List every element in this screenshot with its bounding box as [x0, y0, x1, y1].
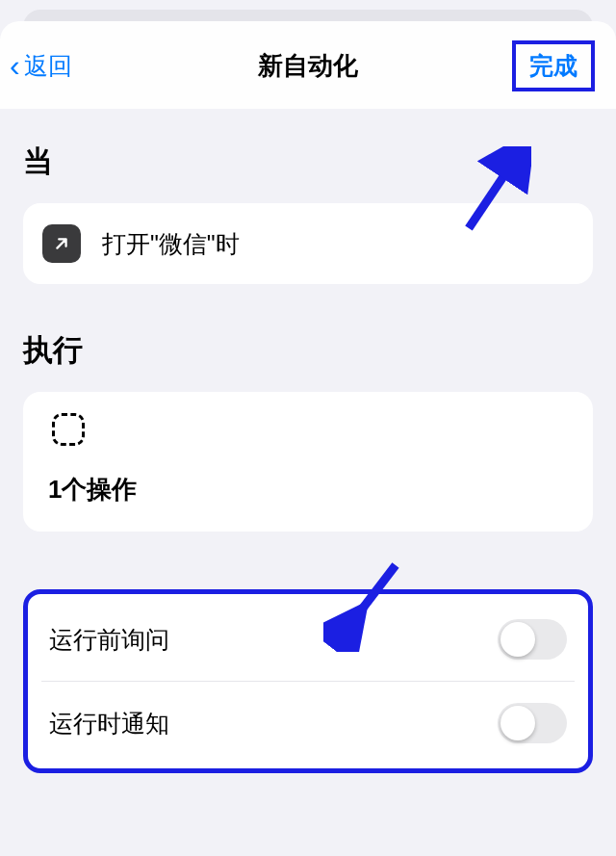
actions-count-text: 1个操作	[48, 473, 574, 506]
switch-knob	[500, 706, 535, 740]
page-title: 新自动化	[258, 49, 358, 83]
actions-card[interactable]: 1个操作	[23, 392, 593, 532]
navigation-bar: ‹ 返回 新自动化 完成	[0, 21, 616, 109]
svg-line-1	[469, 164, 512, 228]
done-button[interactable]: 完成	[512, 40, 595, 91]
ask-before-run-switch[interactable]	[498, 619, 567, 660]
ask-before-run-row: 运行前询问	[41, 598, 575, 681]
exec-section-label: 执行	[23, 330, 593, 371]
annotation-arrow-icon	[454, 146, 531, 238]
chevron-left-icon: ‹	[10, 54, 20, 79]
open-app-icon	[42, 224, 81, 263]
settings-card: 运行前询问 运行时通知	[23, 589, 593, 773]
ask-before-run-label: 运行前询问	[49, 624, 169, 656]
annotation-arrow-icon	[323, 556, 410, 652]
notify-on-run-switch[interactable]	[498, 703, 567, 743]
back-label: 返回	[24, 50, 72, 82]
svg-line-3	[343, 565, 396, 635]
notify-on-run-label: 运行时通知	[49, 708, 169, 739]
notify-on-run-row: 运行时通知	[41, 681, 575, 765]
switch-knob	[500, 622, 535, 657]
back-button[interactable]: ‹ 返回	[10, 50, 72, 82]
placeholder-icon	[52, 413, 85, 446]
trigger-text: 打开"微信"时	[102, 228, 240, 260]
